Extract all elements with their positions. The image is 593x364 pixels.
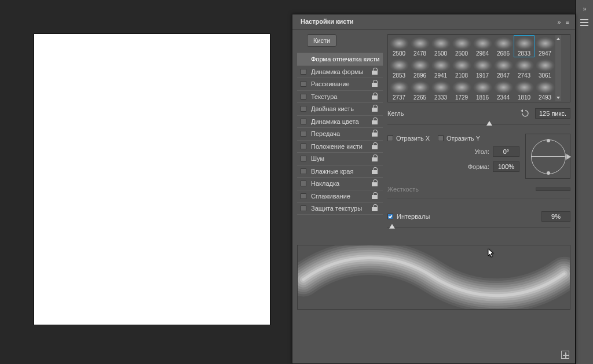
- size-label: Кегль: [387, 110, 519, 117]
- option-checkbox[interactable]: [301, 106, 306, 112]
- panel-menu-icon[interactable]: ≡: [563, 19, 572, 25]
- brush-preset[interactable]: 2737: [389, 79, 409, 101]
- brushes-button[interactable]: Кисти: [307, 34, 336, 47]
- collapse-icon[interactable]: »: [555, 19, 563, 25]
- preset-size-label: 1816: [476, 94, 489, 101]
- spacing-checkbox[interactable]: [387, 214, 393, 219]
- option-checkbox[interactable]: [301, 144, 306, 149]
- lock-icon[interactable]: [371, 68, 379, 76]
- brush-preset[interactable]: 1917: [472, 57, 493, 79]
- lock-icon[interactable]: [371, 192, 379, 200]
- option-row[interactable]: Влажные края: [297, 165, 383, 178]
- option-checkbox[interactable]: [301, 156, 306, 161]
- option-label: Форма отпечатка кисти: [311, 56, 379, 62]
- new-brush-icon[interactable]: [561, 351, 569, 359]
- size-value[interactable]: 125 пикс.: [535, 108, 570, 119]
- brush-preset[interactable]: 2686: [493, 35, 514, 57]
- option-checkbox[interactable]: [301, 94, 306, 100]
- angle-widget[interactable]: [525, 134, 570, 179]
- option-label: Текстура: [311, 93, 371, 100]
- panel-titlebar: Настройки кисти » ≡: [292, 14, 575, 30]
- option-label: Сглаживание: [311, 193, 371, 200]
- brush-preset[interactable]: 1729: [451, 79, 472, 101]
- lock-icon[interactable]: [371, 167, 379, 175]
- brush-preset[interactable]: 2743: [514, 57, 535, 79]
- lock-icon[interactable]: [371, 93, 379, 101]
- brush-preset[interactable]: 2108: [451, 57, 472, 79]
- lock-icon[interactable]: [371, 204, 379, 212]
- option-label: Шум: [311, 155, 371, 162]
- brush-preset[interactable]: 1816: [472, 79, 493, 101]
- brush-preset[interactable]: 2500: [430, 35, 451, 57]
- lock-icon[interactable]: [371, 130, 379, 138]
- svg-rect-0: [580, 19, 588, 20]
- brush-preset[interactable]: 2265: [409, 79, 430, 101]
- brush-presets-grid[interactable]: 2500247825002500298426862833294728532896…: [387, 34, 570, 102]
- lock-icon[interactable]: [371, 105, 379, 113]
- brush-preset[interactable]: 2478: [409, 35, 430, 57]
- lock-icon[interactable]: [371, 80, 379, 88]
- brush-preset[interactable]: 2500: [389, 35, 409, 57]
- document-canvas[interactable]: [34, 34, 270, 325]
- brush-preset[interactable]: 2941: [430, 57, 451, 79]
- option-row[interactable]: Форма отпечатка кисти: [297, 53, 383, 65]
- option-checkbox[interactable]: [301, 131, 306, 137]
- roundness-value[interactable]: 100%: [493, 161, 519, 172]
- option-label: Защита текстуры: [311, 205, 371, 212]
- option-row[interactable]: Накладка: [297, 177, 383, 190]
- option-label: Передача: [311, 130, 371, 137]
- brush-preset[interactable]: 2947: [535, 35, 555, 57]
- reset-size-icon[interactable]: [519, 108, 532, 119]
- option-row[interactable]: Рассеивание: [297, 78, 383, 90]
- option-label: Влажные края: [311, 168, 371, 175]
- brush-preset[interactable]: 2896: [409, 57, 430, 79]
- hardness-slider: [387, 195, 570, 202]
- angle-value[interactable]: 0°: [493, 146, 519, 157]
- option-row[interactable]: Защита текстуры: [297, 202, 383, 215]
- dock-expand-icon[interactable]: »: [579, 3, 591, 14]
- option-row[interactable]: Текстура: [297, 90, 383, 103]
- option-checkbox[interactable]: [301, 119, 306, 124]
- spacing-value[interactable]: 9%: [541, 211, 570, 222]
- brush-preset[interactable]: 2984: [472, 35, 493, 57]
- preset-size-label: 2333: [434, 94, 447, 101]
- dock-panel-icon[interactable]: [579, 17, 591, 28]
- panel-title[interactable]: Настройки кисти: [296, 16, 358, 27]
- brush-preset[interactable]: 2333: [430, 79, 451, 101]
- lock-icon[interactable]: [371, 155, 379, 163]
- brush-preset[interactable]: 1810: [514, 79, 535, 101]
- brush-preset[interactable]: 2847: [493, 57, 514, 79]
- lock-icon[interactable]: [371, 142, 379, 150]
- lock-icon[interactable]: [371, 179, 379, 187]
- size-slider[interactable]: [387, 121, 570, 128]
- option-row[interactable]: Сглаживание: [297, 190, 383, 203]
- brush-preset[interactable]: 2344: [493, 79, 514, 101]
- option-checkbox[interactable]: [301, 81, 306, 87]
- option-row[interactable]: Двойная кисть: [297, 102, 383, 115]
- brush-preset[interactable]: 2853: [389, 57, 409, 79]
- roundness-label: Форма:: [468, 163, 489, 170]
- brush-preset[interactable]: 3061: [535, 57, 555, 79]
- option-row[interactable]: Динамика формы: [297, 65, 383, 78]
- preset-size-label: 1810: [518, 94, 530, 101]
- option-checkbox[interactable]: [301, 205, 306, 211]
- presets-scrollbar[interactable]: [555, 35, 561, 101]
- brush-preset[interactable]: 2500: [451, 35, 472, 57]
- flip-x-checkbox[interactable]: Отразить X: [387, 135, 430, 142]
- option-row[interactable]: Положение кисти: [297, 140, 383, 153]
- spacing-slider[interactable]: [387, 224, 570, 231]
- option-checkbox[interactable]: [301, 168, 306, 174]
- preset-size-label: 2984: [476, 50, 489, 57]
- brush-preset[interactable]: 2493: [535, 79, 555, 101]
- flip-y-checkbox[interactable]: Отразить Y: [438, 135, 480, 142]
- preset-size-label: 2493: [539, 94, 551, 101]
- option-checkbox[interactable]: [301, 181, 306, 186]
- option-checkbox[interactable]: [301, 69, 306, 75]
- option-row[interactable]: Шум: [297, 152, 383, 165]
- preset-size-label: 2853: [393, 72, 405, 79]
- lock-icon[interactable]: [371, 117, 379, 126]
- option-row[interactable]: Передача: [297, 127, 383, 140]
- option-checkbox[interactable]: [301, 193, 306, 199]
- brush-preset[interactable]: 2833: [514, 35, 535, 57]
- option-row[interactable]: Динамика цвета: [297, 115, 383, 128]
